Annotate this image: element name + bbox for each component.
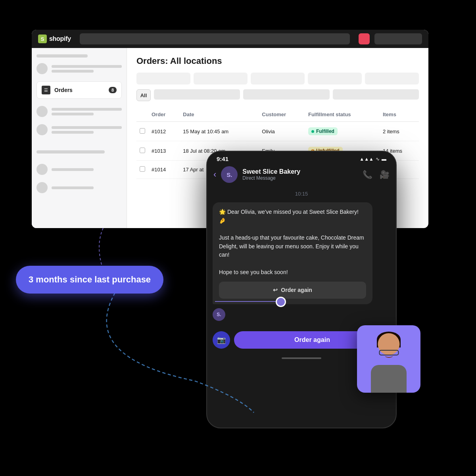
- order-again-dark-button[interactable]: ↩ Order again: [219, 282, 366, 299]
- sidebar-circle-2: [36, 106, 48, 117]
- col-date: Date: [180, 107, 259, 122]
- row1-date: 15 May at 10:45 am: [180, 122, 259, 141]
- col-fulfillment: Fulfillment status: [305, 107, 380, 122]
- sidebar: Orders 8: [32, 48, 127, 228]
- user-small-avatar: S.: [213, 308, 225, 321]
- circle-connector: [276, 297, 286, 307]
- sidebar-line-f: [52, 131, 94, 134]
- filter-pill-5[interactable]: [365, 73, 419, 84]
- sidebar-placeholder-2: [36, 150, 105, 154]
- filter-pill-3[interactable]: [251, 73, 305, 84]
- person-smile: [385, 354, 393, 358]
- shopify-logo-icon: S: [38, 35, 47, 43]
- filter-bar: [136, 73, 419, 84]
- order-again-icon: ↩: [273, 286, 278, 295]
- wifi-icon: ∿: [376, 156, 380, 162]
- user-message-row: S.: [213, 308, 390, 321]
- row1-order: #1012: [148, 122, 180, 141]
- sidebar-placeholder-1: [36, 54, 88, 58]
- sidebar-lines-3: [52, 126, 122, 134]
- sidebar-row-1: [36, 63, 122, 74]
- battery-icon: ▬: [382, 156, 386, 162]
- sidebar-lines-4: [52, 168, 122, 171]
- back-arrow-icon[interactable]: ‹: [213, 169, 216, 180]
- topbar-gray-bar: [374, 33, 422, 44]
- sidebar-circle-5: [36, 182, 48, 193]
- camera-button[interactable]: 📷: [213, 331, 230, 349]
- col-items: Items: [380, 107, 419, 122]
- col-checkbox: [136, 107, 148, 122]
- phone-status-bar: 9:41 ▲▲▲ ∿ ▬: [207, 152, 396, 162]
- sidebar-lines-1: [52, 65, 122, 73]
- orders-icon: [42, 86, 50, 94]
- topbar-pink-button[interactable]: [359, 33, 370, 44]
- row1-checkbox[interactable]: [136, 122, 148, 141]
- tab-item-2[interactable]: [243, 89, 329, 100]
- tab-all[interactable]: All: [136, 89, 151, 101]
- chat-header: ‹ S. Sweet Slice Bakery Direct Message 📞…: [207, 162, 396, 188]
- dot-green: [311, 130, 314, 133]
- row1-customer: Olivia: [259, 122, 305, 141]
- table-header-row: Order Date Customer Fulfillment status I…: [136, 107, 419, 122]
- signal-icon: ▲▲▲: [359, 156, 374, 162]
- sidebar-row-3: [36, 124, 122, 135]
- person-body: [371, 365, 407, 393]
- row3-checkbox[interactable]: [136, 161, 148, 179]
- sidebar-line-a: [52, 65, 122, 68]
- message-text: 🌟 Dear Olivia, we've missed you at Sweet…: [219, 209, 359, 224]
- chat-info: Sweet Slice Bakery Direct Message: [242, 168, 358, 181]
- sidebar-lines-5: [52, 186, 122, 189]
- sidebar-row-4: [36, 164, 122, 175]
- sidebar-circle-4: [36, 164, 48, 175]
- row2-order: #1013: [148, 141, 180, 161]
- sidebar-line-d: [52, 113, 94, 115]
- photo-overlay: [357, 325, 420, 393]
- chat-subtitle: Direct Message: [242, 175, 358, 181]
- sidebar-row-2: [36, 106, 122, 117]
- person-head: [378, 333, 400, 355]
- shopify-logo-text: shopify: [49, 35, 71, 42]
- order-again-dark-label: Order again: [281, 286, 312, 295]
- alert-badge: 3 months since last purchase: [16, 266, 163, 294]
- sidebar-line-h: [52, 186, 94, 189]
- message-text-3: Hope to see you back soon!: [219, 269, 288, 275]
- sidebar-line-g: [52, 168, 94, 171]
- table-row[interactable]: #1012 15 May at 10:45 am Olivia Fulfille…: [136, 122, 419, 141]
- sidebar-row-5: [36, 182, 122, 193]
- status-time: 9:41: [217, 155, 228, 162]
- tab-item-3[interactable]: [333, 89, 419, 100]
- chat-avatar-letter: S.: [226, 171, 232, 178]
- chat-actions: 📞 🎥: [363, 170, 390, 179]
- video-call-icon[interactable]: 🎥: [380, 170, 390, 179]
- orders-menu-item[interactable]: Orders 8: [36, 81, 122, 99]
- status-icons: ▲▲▲ ∿ ▬: [359, 156, 386, 162]
- col-order: Order: [148, 107, 180, 122]
- person-figure: [357, 325, 420, 393]
- sidebar-circle-3: [36, 124, 48, 135]
- filter-pill-2[interactable]: [194, 73, 248, 84]
- orders-badge: 8: [109, 87, 117, 93]
- filter-pill-4[interactable]: [308, 73, 362, 84]
- col-customer: Customer: [259, 107, 305, 122]
- camera-icon: 📷: [217, 336, 226, 344]
- topbar-search-bar[interactable]: [80, 33, 350, 44]
- sidebar-line-b: [52, 70, 94, 73]
- chat-name: Sweet Slice Bakery: [242, 168, 358, 175]
- chat-timestamp: 10:15: [207, 191, 396, 197]
- phone-call-icon[interactable]: 📞: [363, 170, 372, 179]
- window-topbar: S shopify: [32, 30, 428, 48]
- message-text-2: Just a heads-up that your favourite cake…: [219, 234, 364, 258]
- order-again-purple-label: Order again: [294, 336, 330, 343]
- chat-avatar: S.: [221, 166, 238, 183]
- row1-status: Fulfilled: [305, 122, 380, 141]
- filter-pill-1[interactable]: [136, 73, 190, 84]
- row2-checkbox[interactable]: [136, 141, 148, 161]
- page-title: Orders: All locations: [136, 56, 419, 66]
- sidebar-circle-1: [36, 63, 48, 74]
- tab-item-1[interactable]: [154, 89, 240, 100]
- row3-order: #1014: [148, 161, 180, 179]
- row1-items: 2 items: [380, 122, 419, 141]
- sidebar-line-e: [52, 126, 122, 129]
- sidebar-lines-2: [52, 108, 122, 115]
- shopify-logo: S shopify: [38, 35, 71, 43]
